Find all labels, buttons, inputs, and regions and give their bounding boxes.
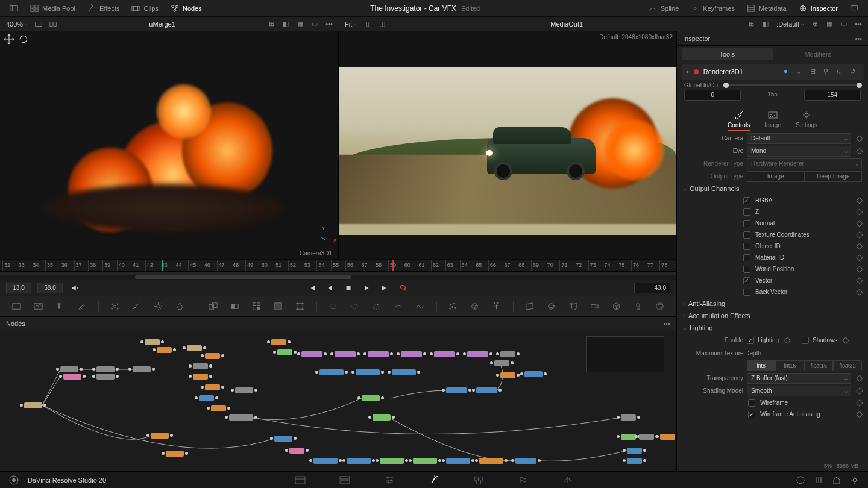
ruler-tick[interactable]: 43 bbox=[160, 260, 174, 271]
dual-screen-button[interactable] bbox=[845, 2, 863, 15]
flow-node[interactable] bbox=[157, 347, 172, 353]
flow-node[interactable] bbox=[368, 351, 389, 357]
pemitter-tool-icon[interactable] bbox=[490, 300, 503, 313]
rotate-tool-icon[interactable] bbox=[18, 34, 29, 45]
selected-node-header[interactable]: • Renderer3D1 ● ⌵ ⊞ ⚲ ⎌ ↺ bbox=[682, 64, 863, 80]
nodes-button[interactable]: Nodes bbox=[166, 2, 207, 15]
viewer-b[interactable]: Default: 2048x1080xfloat32 bbox=[339, 31, 676, 259]
range-end-input[interactable]: 58.0 bbox=[37, 283, 63, 293]
particles-tool-icon[interactable] bbox=[447, 300, 460, 313]
flow-node[interactable] bbox=[356, 369, 380, 375]
ruler-tick[interactable]: 44 bbox=[174, 260, 188, 271]
ruler-tick[interactable]: 60 bbox=[403, 260, 417, 271]
flow-node[interactable] bbox=[380, 458, 404, 464]
node-version-icon[interactable]: ⊞ bbox=[810, 67, 819, 76]
wand-mask-icon[interactable] bbox=[414, 300, 427, 313]
flow-node[interactable] bbox=[289, 448, 304, 454]
flow-node[interactable] bbox=[446, 458, 470, 464]
flow-node[interactable] bbox=[229, 414, 253, 421]
channel-checkbox[interactable] bbox=[743, 266, 750, 273]
ruler-tick[interactable]: 35 bbox=[45, 260, 60, 271]
ruler-tick[interactable]: 72 bbox=[574, 260, 588, 271]
lighting-enable-checkbox[interactable] bbox=[747, 337, 754, 344]
resize-tool-icon[interactable] bbox=[272, 300, 285, 313]
camera-select[interactable]: Default bbox=[747, 133, 851, 144]
flow-node[interactable] bbox=[627, 458, 642, 464]
keyframe-icon[interactable] bbox=[856, 231, 863, 238]
flow-node[interactable] bbox=[187, 345, 202, 351]
ruler-tick[interactable]: 64 bbox=[460, 260, 474, 271]
spline-button[interactable]: Spline bbox=[644, 2, 684, 15]
node-view-icon[interactable]: ● bbox=[784, 67, 792, 76]
effects-button[interactable]: Effects bbox=[83, 2, 124, 15]
ruler-tick[interactable]: 76 bbox=[631, 260, 646, 271]
flow-node[interactable] bbox=[446, 387, 467, 393]
project-manager-icon[interactable] bbox=[832, 475, 841, 485]
imageplane3d-icon[interactable] bbox=[523, 300, 536, 313]
camera3d-icon[interactable] bbox=[588, 300, 602, 313]
fastnoise-tool-icon[interactable] bbox=[32, 300, 45, 313]
flow-node[interactable] bbox=[63, 374, 81, 380]
channel-checkbox[interactable] bbox=[743, 243, 750, 250]
flow-node[interactable] bbox=[401, 351, 422, 357]
flow-node[interactable] bbox=[166, 451, 184, 457]
output-channels-section[interactable]: ⌵Output Channels bbox=[677, 183, 868, 195]
inspector-options-icon[interactable]: ••• bbox=[855, 35, 862, 42]
ruler-tick[interactable]: 67 bbox=[503, 260, 517, 271]
channelbool-tool-icon[interactable] bbox=[250, 300, 263, 313]
flow-node[interactable] bbox=[145, 339, 160, 345]
ratio-b-icon[interactable]: ▭ bbox=[838, 19, 850, 29]
keyframe-icon[interactable] bbox=[856, 387, 863, 394]
node-pin-icon[interactable]: ⚲ bbox=[823, 67, 832, 76]
layout-icon[interactable] bbox=[33, 19, 45, 29]
ruler-tick[interactable]: 49 bbox=[245, 260, 260, 271]
depth-option[interactable]: float32 bbox=[833, 360, 862, 371]
globalio-out-input[interactable]: 154 bbox=[804, 90, 861, 101]
tools-tab[interactable]: Tools bbox=[682, 48, 773, 60]
ruler-tick[interactable]: 56 bbox=[345, 260, 360, 271]
first-frame-button[interactable] bbox=[306, 282, 318, 294]
flow-node[interactable] bbox=[476, 387, 497, 393]
chat-icon[interactable] bbox=[796, 475, 805, 485]
flow-node[interactable] bbox=[373, 414, 391, 421]
fusion-page-icon[interactable] bbox=[427, 473, 441, 487]
keyframes-button[interactable]: Keyframes bbox=[686, 2, 740, 15]
flow-node[interactable] bbox=[524, 371, 542, 377]
depth-option[interactable]: float16 bbox=[805, 360, 834, 371]
flow-node[interactable] bbox=[193, 374, 208, 380]
depth-option[interactable]: int16 bbox=[776, 360, 805, 371]
channel-checkbox[interactable] bbox=[743, 208, 750, 216]
flow-node[interactable] bbox=[205, 353, 220, 359]
ruler-tick[interactable]: 40 bbox=[117, 260, 131, 271]
split-b-icon[interactable]: ◫ bbox=[376, 19, 388, 29]
keyframe-icon[interactable] bbox=[784, 337, 790, 343]
edit-page-icon[interactable] bbox=[382, 473, 397, 487]
flow-node[interactable] bbox=[96, 374, 115, 380]
ruler-tick[interactable]: 65 bbox=[474, 260, 488, 271]
ruler-tick[interactable]: 54 bbox=[316, 260, 331, 271]
flow-node[interactable] bbox=[347, 458, 371, 464]
ruler-tick[interactable]: 59 bbox=[388, 260, 403, 271]
channel-checkbox[interactable] bbox=[743, 231, 750, 239]
ratio-icon[interactable]: ▭ bbox=[309, 19, 321, 29]
flow-node[interactable] bbox=[274, 436, 292, 442]
flow-node[interactable] bbox=[494, 360, 509, 366]
fit-dropdown[interactable]: Fit⌵ bbox=[342, 20, 359, 28]
ruler-tick[interactable]: 45 bbox=[188, 260, 203, 271]
ruler-tick[interactable]: 75 bbox=[617, 260, 631, 271]
flow-node[interactable] bbox=[362, 395, 380, 401]
shadows-checkbox[interactable] bbox=[802, 337, 809, 344]
tracker-tool-icon[interactable] bbox=[108, 300, 122, 313]
channel-checkbox[interactable] bbox=[743, 220, 750, 227]
ruler-tick[interactable]: 37 bbox=[74, 260, 89, 271]
ruler-tick[interactable]: 74 bbox=[603, 260, 617, 271]
transform-tool-icon[interactable] bbox=[294, 300, 307, 313]
transparency-select[interactable]: Z Buffer (fast) bbox=[747, 373, 851, 384]
keyframe-icon[interactable] bbox=[856, 289, 863, 295]
move-tool-icon[interactable] bbox=[4, 34, 14, 45]
globalio-slider[interactable] bbox=[725, 84, 861, 86]
flow-node[interactable] bbox=[205, 384, 220, 390]
settings-tab[interactable]: Settings bbox=[796, 110, 817, 131]
channel-checkbox[interactable] bbox=[743, 254, 750, 261]
renderer3d-icon[interactable] bbox=[653, 300, 667, 313]
